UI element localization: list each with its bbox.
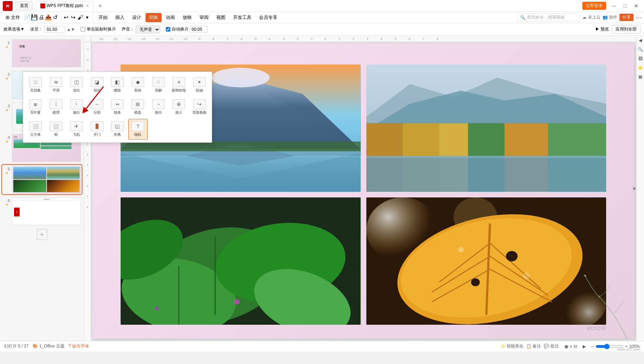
more-quick-icon[interactable]: ▼ (84, 14, 90, 21)
thumb-item-1[interactable]: 1 ★ 标题 • 调研包产品• 实践方案 (2, 39, 82, 68)
menu-transition[interactable]: 切换 (145, 13, 162, 22)
notes-label[interactable]: 📋 备注 (526, 343, 541, 349)
svg-rect-21 (366, 156, 606, 192)
trans-label-peel: 剥离 (114, 132, 121, 137)
menu-view[interactable]: 视图 (213, 13, 229, 22)
trans-item-none[interactable]: □无切换 (26, 75, 45, 95)
home-tab[interactable]: 首页 (15, 1, 33, 11)
zoom-slider[interactable] (596, 344, 624, 349)
thumb-num-5: 5 (4, 166, 10, 171)
menu-home[interactable]: 开始 (95, 13, 111, 22)
minimize-button[interactable]: ─ (609, 2, 619, 10)
save-icon[interactable]: 💾 (31, 14, 38, 21)
notes-icon: 📋 (526, 344, 531, 349)
thumb-star-6: ★ (5, 203, 8, 207)
thumb-item-6[interactable]: 6 ★ 图表标题 W (2, 196, 82, 226)
menu-insert[interactable]: 插入 (112, 13, 128, 22)
search-box[interactable]: 🔍 查找命令，搜索模板 (517, 13, 580, 21)
trans-item-checker[interactable]: ⊞棋盘 (128, 97, 147, 117)
trans-label-random: 随机 (134, 132, 141, 137)
trans-item-smooth[interactable]: ≋平滑 (46, 75, 65, 95)
undo-icon[interactable]: ↩ (63, 14, 69, 21)
menu-member[interactable]: 会员专享 (256, 13, 281, 22)
export-icon[interactable]: 📤 (45, 14, 52, 21)
deco-branch (578, 262, 634, 339)
sidebar-collapse-icon[interactable]: ◀ (637, 37, 644, 43)
redo-icon[interactable]: ↪ (70, 14, 76, 21)
trans-item-insert_t[interactable]: ⊕插入 (169, 97, 188, 117)
play-button[interactable]: ▶ (583, 344, 586, 349)
open-icon[interactable]: 📄 (24, 14, 30, 21)
trans-item-plane[interactable]: ✈飞机 (67, 119, 86, 140)
add-tab-button[interactable]: + (96, 2, 104, 10)
trans-item-random[interactable]: ?随机 (128, 119, 147, 140)
doc-tab[interactable]: WPS PPT教程.pptx ✕ (36, 1, 93, 11)
svg-rect-22 (366, 156, 606, 158)
view-buttons: ▣ ≡ ⊟ (564, 344, 577, 349)
thumb-item-5[interactable]: 5 ★ (2, 165, 82, 194)
trans-item-blinds[interactable]: ≣百叶窗 (26, 97, 45, 117)
zoom-controls: ─ + 105% (591, 344, 640, 349)
apply-all-button[interactable]: 应用到全部 (612, 25, 640, 34)
doc-tab-icon (40, 4, 45, 8)
trans-icon-smooth: ≋ (50, 77, 62, 87)
trans-item-news[interactable]: ≡新闻快报 (169, 75, 188, 95)
trans-item-box[interactable]: ⬜框 (46, 119, 65, 140)
photo-forest (366, 65, 606, 192)
view-slide-button[interactable]: ⊟ (574, 344, 577, 349)
print-icon[interactable]: 🖨 (38, 14, 45, 21)
sidebar-search-icon[interactable]: 🔍 (637, 46, 644, 53)
menu-developer[interactable]: 开发工具 (230, 13, 255, 22)
scroll-right-icon[interactable]: ▶ (633, 186, 636, 191)
trans-item-shape[interactable]: ◆形状 (128, 75, 147, 95)
trans-item-wheel[interactable]: ✴轮辐 (190, 75, 209, 95)
add-slide-button[interactable]: + (2, 228, 82, 241)
more-menu-icon[interactable]: ⋯ (636, 14, 642, 21)
smart-beauty-label[interactable]: ✨ 智能美化 (500, 343, 523, 349)
menu-animation[interactable]: 动画 (162, 13, 178, 22)
trans-item-door[interactable]: 🚪开门 (87, 119, 106, 140)
history-icon[interactable]: ↺ (52, 14, 59, 21)
speed-input[interactable] (44, 26, 65, 33)
cloud-label[interactable]: ☁ 未上云 (582, 14, 600, 20)
trans-item-peel[interactable]: ◱剥离 (108, 119, 127, 140)
auto-next-checkbox[interactable] (166, 27, 170, 32)
trans-item-dissolve[interactable]: ⁙溶解 (149, 75, 168, 95)
share-button[interactable]: 分享 (619, 14, 633, 21)
svg-point-46 (506, 251, 517, 262)
doc-tab-close[interactable]: ✕ (86, 4, 89, 8)
view-normal-button[interactable]: ▣ (564, 344, 568, 349)
sidebar-image-icon[interactable]: 🖼 (637, 55, 644, 62)
trans-item-cube[interactable]: ⬜立方体 (26, 119, 45, 140)
trans-item-pagecurl[interactable]: ↪页面卷曲 (190, 97, 209, 117)
trans-icon-wheel: ✴ (193, 77, 206, 87)
zoom-in-button[interactable]: + (625, 344, 628, 349)
login-button[interactable]: 立即登录 (582, 2, 606, 10)
speed-unit: ▲▼ (67, 27, 75, 32)
search-placeholder: 查找命令，搜索模板 (527, 14, 565, 20)
svg-point-47 (471, 278, 480, 286)
missing-font-label[interactable]: T 缺失字体 (69, 343, 89, 349)
trans-item-wipe[interactable]: ◧擦除 (108, 75, 127, 95)
menu-file[interactable]: ⊞ 文件 (2, 13, 23, 22)
svg-rect-10 (121, 142, 361, 151)
trans-item-comb[interactable]: ⋮梳理 (46, 97, 65, 117)
view-outline-button[interactable]: ≡ (570, 344, 572, 349)
format-painter-icon[interactable]: 🖌 (77, 14, 83, 21)
sidebar-star-icon[interactable]: ⭐ (637, 65, 644, 71)
auto-next-time-input[interactable] (190, 26, 208, 33)
menu-design[interactable]: 设计 (129, 13, 145, 22)
close-button[interactable]: ✕ (631, 2, 641, 10)
zoom-out-button[interactable]: ─ (591, 344, 595, 349)
menu-slideshow[interactable]: 放映 (179, 13, 195, 22)
auto-click-checkbox[interactable] (81, 27, 85, 32)
comment-label[interactable]: 💬 批注 (544, 343, 558, 349)
trans-item-lines[interactable]: ═线条 (108, 97, 127, 117)
sound-select[interactable]: 无声音 (136, 26, 160, 33)
trans-item-push[interactable]: →推出 (149, 97, 168, 117)
collab-label[interactable]: 👥 协作 (603, 14, 617, 20)
menu-review[interactable]: 审阅 (196, 13, 212, 22)
maximize-button[interactable]: □ (620, 2, 630, 10)
preview-button[interactable]: ▶ 预览 (595, 26, 609, 32)
sidebar-layout-icon[interactable]: ▦ (637, 74, 644, 80)
